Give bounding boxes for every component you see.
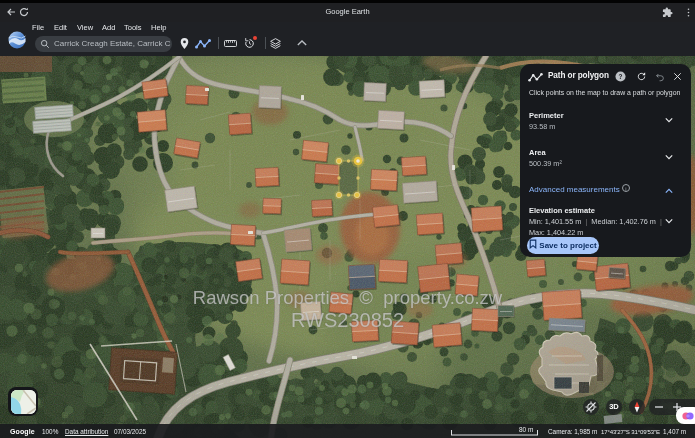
svg-text:?: ? [619,73,623,80]
